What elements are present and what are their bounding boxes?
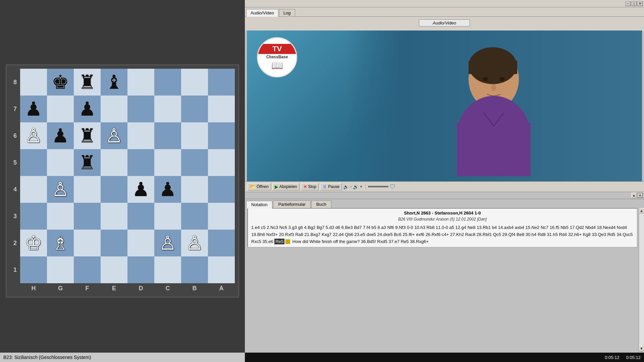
square-c4[interactable]: ♟ <box>154 176 181 203</box>
tab-partieformular[interactable]: Partieformular <box>273 200 311 208</box>
square-h4[interactable] <box>20 176 47 203</box>
square-f2[interactable] <box>74 230 101 256</box>
scroll-track[interactable] <box>639 214 644 346</box>
av-content-area: Audio/Video <box>245 17 644 31</box>
volume-slider[interactable] <box>368 186 388 187</box>
square-b5[interactable] <box>181 149 208 176</box>
svg-point-5 <box>491 84 496 91</box>
square-f6[interactable]: ♜ <box>74 122 101 149</box>
square-c7[interactable] <box>154 96 181 122</box>
square-a2[interactable] <box>208 230 235 256</box>
rank-label-6: 6 <box>10 122 20 149</box>
square-e1[interactable] <box>101 256 127 283</box>
scroll-up-btn[interactable]: ▲ <box>639 208 644 214</box>
notation-close[interactable]: ✕ <box>637 193 643 198</box>
square-e6[interactable]: ♙ <box>101 122 127 149</box>
vol-minus: - <box>350 184 352 189</box>
piece-g6: ♟ <box>52 126 69 145</box>
square-h8[interactable] <box>20 69 47 96</box>
tv-label: TV <box>258 44 296 54</box>
square-c2[interactable]: ♙ <box>154 230 181 256</box>
scroll-down-btn[interactable]: ▼ <box>639 346 644 351</box>
notation-scroll-up[interactable]: ▲ <box>631 193 637 198</box>
minimize-button[interactable]: ─ <box>625 1 631 6</box>
square-g1[interactable] <box>47 256 74 283</box>
square-g6[interactable]: ♟ <box>47 122 74 149</box>
pause-button[interactable]: ⏸ Pause <box>320 183 342 190</box>
yellow-annotation <box>285 239 290 244</box>
close-button[interactable]: ✕ <box>637 1 643 6</box>
square-c8[interactable] <box>154 69 181 96</box>
tab-notation[interactable]: Notation <box>246 201 272 208</box>
square-e2[interactable] <box>101 230 127 256</box>
square-f3[interactable] <box>74 203 101 230</box>
square-g2[interactable]: ♗ <box>47 230 74 256</box>
highlighted-move[interactable]: Re5 <box>274 239 284 244</box>
square-e3[interactable] <box>101 203 127 230</box>
square-d6[interactable] <box>127 122 154 149</box>
square-h3[interactable] <box>20 203 47 230</box>
square-h7[interactable]: ♟ <box>20 96 47 122</box>
square-c6[interactable] <box>154 122 181 149</box>
rank-label-7: 7 <box>10 96 20 122</box>
tab-audiovideo[interactable]: Audio/Video <box>246 9 278 17</box>
square-g3[interactable] <box>47 203 74 230</box>
square-b6[interactable] <box>181 122 208 149</box>
square-a1[interactable] <box>208 256 235 283</box>
square-e7[interactable] <box>101 96 127 122</box>
tab-buch[interactable]: Buch <box>311 200 331 208</box>
square-c5[interactable] <box>154 149 181 176</box>
square-c3[interactable] <box>154 203 181 230</box>
square-b2[interactable]: ♙ <box>181 230 208 256</box>
stop-button[interactable]: ✕ Stop <box>301 183 319 190</box>
square-f7[interactable]: ♟ <box>74 96 101 122</box>
square-g5[interactable] <box>47 149 74 176</box>
notation-scrollbar[interactable]: ▲ ▼ <box>639 208 644 351</box>
square-e4[interactable] <box>101 176 127 203</box>
square-a6[interactable] <box>208 122 235 149</box>
volume-down-icon: 🔉 <box>343 184 349 189</box>
square-g8[interactable]: ♚ <box>47 69 74 96</box>
media-controls: 📂 Öffnen ▶ Abspielen ✕ Stop ⏸ Pause 🔉 - … <box>245 181 644 192</box>
tab-log[interactable]: Log <box>279 9 295 16</box>
square-f5[interactable]: ♜ <box>74 149 101 176</box>
square-h1[interactable] <box>20 256 47 283</box>
square-h2[interactable]: ♔ <box>20 230 47 256</box>
square-a4[interactable] <box>208 176 235 203</box>
square-g4[interactable]: ♙ <box>47 176 74 203</box>
square-d4[interactable]: ♟ <box>127 176 154 203</box>
square-b4[interactable] <box>181 176 208 203</box>
square-a8[interactable] <box>208 69 235 96</box>
square-d2[interactable] <box>127 230 154 256</box>
square-a3[interactable] <box>208 203 235 230</box>
square-c1[interactable] <box>154 256 181 283</box>
square-e8[interactable]: ♝ <box>101 69 127 96</box>
maximize-button[interactable]: □ <box>631 1 637 6</box>
piece-h7: ♟ <box>25 99 42 119</box>
square-h6[interactable]: ♙ <box>20 122 47 149</box>
opening-label: B23: Sizilianisch (Geschlossenes System) <box>3 355 91 360</box>
square-b3[interactable] <box>181 203 208 230</box>
square-b7[interactable] <box>181 96 208 122</box>
play-icon: ▶ <box>275 184 278 189</box>
square-h5[interactable] <box>20 149 47 176</box>
separator <box>365 183 366 190</box>
play-button[interactable]: ▶ Abspielen <box>272 183 300 190</box>
square-d7[interactable] <box>127 96 154 122</box>
square-d8[interactable] <box>127 69 154 96</box>
square-f8[interactable]: ♜ <box>74 69 101 96</box>
square-f4[interactable] <box>74 176 101 203</box>
chessbase-label: ChessBase <box>266 54 289 60</box>
square-d3[interactable] <box>127 203 154 230</box>
square-f1[interactable] <box>74 256 101 283</box>
square-g7[interactable] <box>47 96 74 122</box>
open-button[interactable]: 📂 Öffnen <box>248 183 271 190</box>
square-b8[interactable] <box>181 69 208 96</box>
square-d1[interactable] <box>127 256 154 283</box>
square-d5[interactable] <box>127 149 154 176</box>
logo-icon: 📖 <box>271 60 283 71</box>
square-a7[interactable] <box>208 96 235 122</box>
square-b1[interactable] <box>181 256 208 283</box>
square-e5[interactable] <box>101 149 127 176</box>
square-a5[interactable] <box>208 149 235 176</box>
